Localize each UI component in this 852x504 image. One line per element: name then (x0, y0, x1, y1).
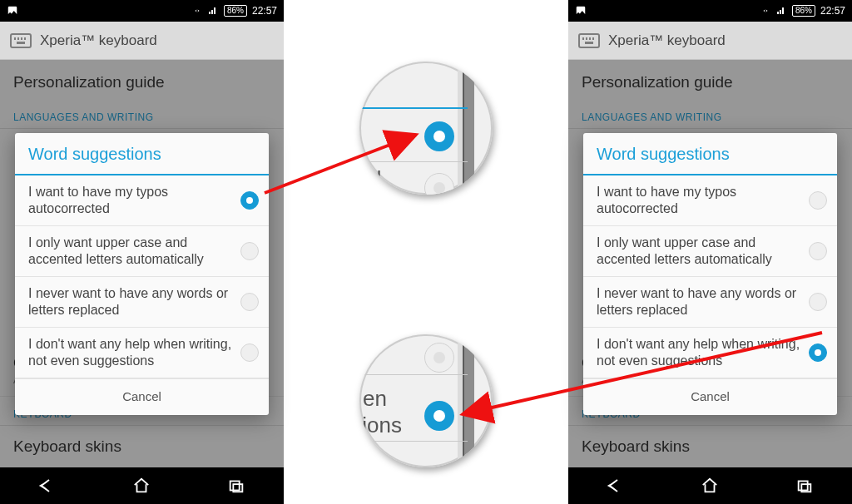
app-bar: Xperia™ keyboard (0, 22, 284, 60)
status-bar: 86% 22:57 (568, 0, 852, 22)
radio-unselected-icon (240, 293, 259, 311)
app-icon (575, 5, 587, 17)
clock: 22:57 (820, 5, 845, 17)
radio-selected-icon (809, 343, 827, 362)
keyboard-skins-row[interactable]: Keyboard skins (0, 426, 284, 464)
phone-screenshot-left: 86% 22:57 Xperia™ keyboard Personalizati… (0, 0, 284, 504)
option-uppercase[interactable]: I only want upper case and accented lett… (15, 226, 269, 277)
svg-rect-0 (230, 482, 240, 491)
option-autocorrect[interactable]: I want to have my typos autocorrected (15, 175, 269, 226)
option-label: I want to have my typos autocorrected (597, 184, 809, 217)
languages-section-label: LANGUAGES AND WRITING (568, 100, 852, 129)
option-never-replace[interactable]: I never want to have any words or letter… (15, 277, 269, 328)
radio-unselected-icon (240, 242, 259, 260)
keyboard-skins-row[interactable]: Keyboard skins (568, 426, 852, 464)
nav-bar (568, 467, 852, 504)
option-label: I don't want any help when writing, not … (597, 336, 809, 369)
option-never-replace[interactable]: I never want to have any words or letter… (583, 277, 837, 328)
option-autocorrect[interactable]: I want to have my typos autocorrected (583, 175, 837, 226)
zoom-callout-bottom: en tions (359, 334, 493, 467)
dialog-title: Word suggestions (15, 133, 269, 175)
home-button[interactable] (697, 473, 722, 498)
radio-unselected-icon (809, 242, 827, 260)
option-label: I never want to have any words or letter… (597, 285, 809, 319)
radio-selected-icon (424, 121, 454, 151)
battery-indicator: 86% (792, 5, 815, 17)
home-button[interactable] (129, 473, 154, 498)
status-bar: 86% 22:57 (0, 0, 284, 22)
word-suggestions-dialog: Word suggestions I want to have my typos… (15, 133, 269, 415)
app-title: Xperia™ keyboard (40, 32, 157, 49)
radio-selected-icon (240, 191, 259, 210)
clock: 22:57 (252, 5, 277, 17)
zoom-text-fragment: en (363, 386, 387, 412)
option-uppercase[interactable]: I only want upper case and accented lett… (583, 226, 837, 277)
option-label: I don't want any help when writing, not … (28, 336, 240, 369)
keyboard-icon (10, 33, 32, 48)
zoom-text-fragment: d (369, 166, 381, 192)
personalization-heading[interactable]: Personalization guide (0, 60, 284, 100)
svg-rect-2 (799, 482, 808, 491)
keyboard-icon (578, 33, 600, 48)
option-no-help[interactable]: I don't want any help when writing, not … (583, 328, 837, 378)
radio-selected-icon (424, 401, 454, 431)
radio-unselected-icon (809, 191, 827, 210)
app-title: Xperia™ keyboard (608, 32, 726, 49)
radio-unselected-icon (424, 173, 454, 195)
personalization-heading[interactable]: Personalization guide (568, 60, 852, 100)
back-button[interactable] (603, 473, 628, 498)
radio-unselected-icon (424, 343, 454, 373)
dialog-cancel-button[interactable]: Cancel (583, 378, 837, 415)
data-icon (192, 6, 202, 16)
battery-indicator: 86% (224, 5, 247, 17)
option-no-help[interactable]: I don't want any help when writing, not … (15, 328, 269, 378)
option-label: I never want to have any words or letter… (28, 285, 240, 319)
recent-button[interactable] (224, 473, 249, 498)
data-icon (760, 6, 770, 16)
option-label: I only want upper case and accented lett… (28, 235, 240, 268)
dialog-title: Word suggestions (583, 133, 837, 175)
option-label: I want to have my typos autocorrected (28, 184, 240, 217)
app-icon (7, 5, 18, 17)
word-suggestions-dialog: Word suggestions I want to have my typos… (583, 133, 837, 415)
recent-button[interactable] (792, 473, 817, 498)
nav-bar (0, 467, 284, 504)
signal-icon (775, 6, 787, 16)
zoom-text-fragment: tions (359, 413, 402, 438)
zoom-callout-top: d (359, 62, 493, 195)
radio-unselected-icon (240, 343, 259, 362)
dialog-cancel-button[interactable]: Cancel (15, 378, 269, 415)
option-label: I only want upper case and accented lett… (597, 235, 809, 268)
radio-unselected-icon (809, 293, 827, 311)
phone-screenshot-right: 86% 22:57 Xperia™ keyboard Personalizati… (568, 0, 852, 504)
back-button[interactable] (35, 473, 60, 498)
signal-icon (207, 6, 219, 16)
languages-section-label: LANGUAGES AND WRITING (0, 100, 284, 129)
app-bar: Xperia™ keyboard (568, 22, 852, 60)
